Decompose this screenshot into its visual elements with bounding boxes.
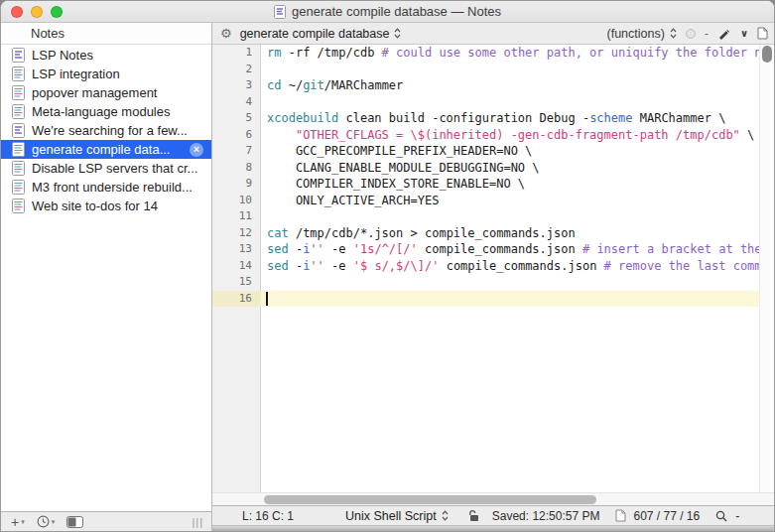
sidebar-toggle-button[interactable] <box>63 516 87 528</box>
note-list-item[interactable]: popover management <box>1 83 211 102</box>
note-lines-icon <box>12 85 25 100</box>
close-window-button[interactable] <box>11 6 23 18</box>
code-text <box>261 208 759 225</box>
unlocked-padlock-icon[interactable] <box>468 509 480 522</box>
sidebar-resize-handle[interactable]: ||| <box>192 516 203 528</box>
line-number: 14 <box>212 258 261 275</box>
language-popup[interactable]: Unix Shell Script <box>345 509 449 523</box>
code-line[interactable]: 7 GCC_PRECOMPILE_PREFIX_HEADER=NO \ <box>212 143 774 160</box>
minimize-window-button[interactable] <box>31 6 43 18</box>
marker-pen-icon[interactable] <box>717 27 731 40</box>
magnifier-icon[interactable] <box>715 510 727 522</box>
new-document-icon[interactable] <box>757 27 768 40</box>
status-bar: L: 16 C: 1 Unix Shell Script Saved: 12:5… <box>212 505 774 525</box>
clock-icon <box>37 515 50 528</box>
language-popup-label: Unix Shell Script <box>345 509 437 523</box>
horizontal-scrollbar-thumb[interactable] <box>264 495 596 504</box>
editor-body[interactable]: 1rm -rf /tmp/cdb # could use some other … <box>212 45 774 492</box>
line-number: 9 <box>212 176 261 193</box>
sidebar-header: Notes <box>1 23 211 45</box>
note-title: LSP integration <box>32 66 120 81</box>
editor-toolbar: ⚙ generate compile database (functions) … <box>212 23 774 45</box>
note-lines-icon <box>12 66 25 81</box>
code-line[interactable]: 11 <box>212 208 774 225</box>
code-text: ONLY_ACTIVE_ARCH=YES <box>261 193 759 209</box>
text-cursor <box>266 292 268 306</box>
line-number: 3 <box>212 77 261 94</box>
code-line[interactable]: 14sed -i'' -e '$ s/,$/\]/' compile_comma… <box>212 258 774 275</box>
chevron-down-icon[interactable]: ∨ <box>740 28 748 39</box>
note-list-item[interactable]: Disable LSP servers that cr... <box>1 159 211 178</box>
recent-notes-button[interactable]: ▾ <box>33 515 60 528</box>
functions-popup[interactable]: (functions) <box>607 27 677 41</box>
code-text <box>261 291 759 308</box>
line-number: 16 <box>212 291 261 308</box>
note-title: Meta-language modules <box>32 104 170 119</box>
code-line[interactable]: 8 CLANG_ENABLE_MODULE_DEBUGGING=NO \ <box>212 160 774 177</box>
chevron-down-icon: ▾ <box>21 518 25 526</box>
code-line[interactable]: 6 "OTHER_CFLAGS = \$(inherited) -gen-cdb… <box>212 127 774 144</box>
line-number: 4 <box>212 94 261 111</box>
code-text: COMPILER_INDEX_STORE_ENABLE=NO \ <box>261 176 759 193</box>
code-line[interactable]: 15 <box>212 274 774 291</box>
code-text: GCC_PRECOMPILE_PREFIX_HEADER=NO \ <box>261 143 759 160</box>
note-list-item[interactable]: LSP integration <box>1 65 211 83</box>
note-title: Web site to-dos for 14 <box>32 199 158 213</box>
note-list-item[interactable]: Meta-language modules <box>1 102 211 121</box>
line-number: 15 <box>212 274 261 291</box>
code-line[interactable]: 9 COMPILER_INDEX_STORE_ENABLE=NO \ <box>212 176 774 193</box>
code-line[interactable]: 16 <box>212 291 774 308</box>
vertical-scrollbar[interactable] <box>759 45 774 492</box>
plus-icon: + <box>11 514 19 530</box>
line-number: 5 <box>212 110 261 127</box>
code-line[interactable]: 2 <box>212 62 774 78</box>
code-line[interactable]: 1rm -rf /tmp/cdb # could use some other … <box>212 45 774 62</box>
code-line[interactable]: 5xcodebuild clean build -configuration D… <box>212 110 774 127</box>
line-number: 13 <box>212 241 261 258</box>
code-line[interactable]: 3cd ~/git/MARChammer <box>212 77 774 94</box>
code-line[interactable]: 12cat /tmp/cdb/*.json > compile_commands… <box>212 225 774 242</box>
close-note-icon[interactable]: × <box>190 143 203 157</box>
sidebar-title: Notes <box>31 26 65 41</box>
note-lines-icon <box>12 161 25 176</box>
code-text: rm -rf /tmp/cdb # could use some other p… <box>261 45 759 62</box>
traffic-lights <box>11 6 63 18</box>
line-number: 11 <box>212 208 261 225</box>
code-text: "OTHER_CFLAGS = \$(inherited) -gen-cdb-f… <box>261 127 759 144</box>
note-title: popover management <box>32 85 157 100</box>
char-word-line-counts: 607 / 77 / 16 <box>633 509 700 523</box>
gear-icon[interactable]: ⚙ <box>220 26 232 41</box>
sidebar: Notes LSP NotesLSP integrationpopover ma… <box>1 23 212 531</box>
app-window: generate compile database — Notes Notes … <box>0 0 775 532</box>
note-lines-icon <box>12 199 25 213</box>
chevron-down-icon: ▾ <box>52 518 56 526</box>
functions-popup-label: (functions) <box>607 27 665 41</box>
sidebar-toggle-icon <box>66 516 83 528</box>
sidebar-footer: + ▾ ▾ ||| <box>1 511 211 531</box>
add-note-button[interactable]: + ▾ <box>7 514 29 530</box>
note-title: M3 front underside rebuild... <box>32 180 193 195</box>
note-list-item[interactable]: LSP Notes <box>1 46 211 65</box>
line-number: 1 <box>212 45 261 62</box>
note-title: Disable LSP servers that cr... <box>32 161 197 176</box>
code-text: xcodebuild clean build -configuration De… <box>261 110 759 127</box>
horizontal-scrollbar[interactable] <box>212 492 774 505</box>
cursor-position: L: 16 C: 1 <box>242 509 294 523</box>
updown-chevron-icon <box>394 28 401 39</box>
vertical-scrollbar-thumb[interactable] <box>762 46 772 63</box>
line-number: 2 <box>212 62 261 78</box>
code-text <box>261 94 759 111</box>
code-line[interactable]: 10 ONLY_ACTIVE_ARCH=YES <box>212 193 774 209</box>
note-list-item[interactable]: M3 front underside rebuild... <box>1 178 211 197</box>
note-list-item[interactable]: Web site to-dos for 14 <box>1 197 211 215</box>
note-title: LSP Notes <box>32 48 93 63</box>
note-title: We're searching for a few... <box>32 123 188 138</box>
titlebar[interactable]: generate compile database — Notes <box>1 1 774 23</box>
document-popup[interactable]: generate compile database <box>240 27 402 41</box>
code-line[interactable]: 4 <box>212 94 774 111</box>
zoom-window-button[interactable] <box>51 6 63 18</box>
document-outline-icon[interactable] <box>615 509 626 522</box>
note-list-item[interactable]: generate compile data...× <box>1 140 211 159</box>
note-list-item[interactable]: We're searching for a few... <box>1 121 211 140</box>
code-line[interactable]: 13sed -i'' -e '1s/^/[/' compile_commands… <box>212 241 774 258</box>
